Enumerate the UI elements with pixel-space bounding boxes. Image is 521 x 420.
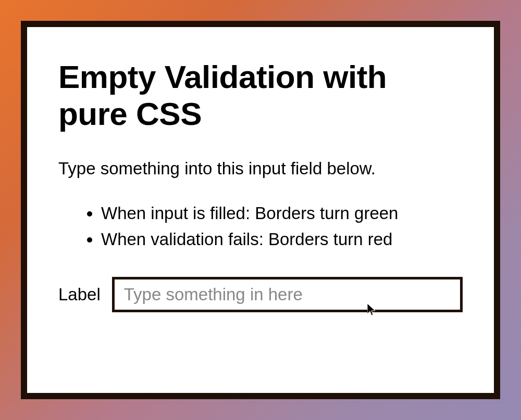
list-item: When input is filled: Borders turn green (101, 200, 463, 226)
demo-card: Empty Validation with pure CSS Type some… (21, 21, 500, 399)
form-row: Label (58, 277, 463, 312)
list-item: When validation fails: Borders turn red (101, 226, 463, 252)
page-subtitle: Type something into this input field bel… (58, 158, 463, 180)
validation-input[interactable] (112, 277, 463, 312)
input-label: Label (58, 285, 101, 304)
conditions-list: When input is filled: Borders turn green… (58, 200, 463, 252)
page-title: Empty Validation with pure CSS (58, 58, 463, 133)
